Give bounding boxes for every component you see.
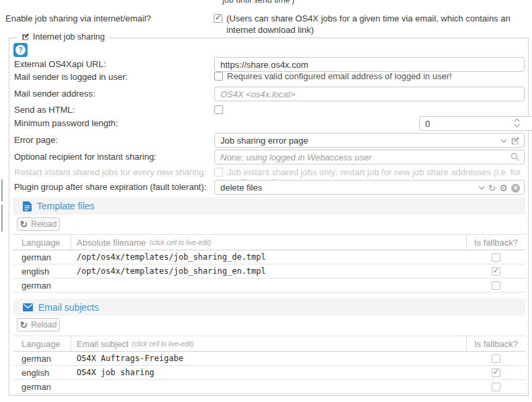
column-filename: Absolute filename [77,238,146,248]
email-subjects-table: Language Email subject (click cell to li… [13,336,525,394]
table-header: Language Email subject (click cell to li… [13,336,525,352]
email-subjects-title: Email subjects [38,302,99,313]
table-row: german /opt/os4x/templates/job_sharing_d… [13,250,525,264]
clipped-previous-row-text: job until send time') [222,0,294,5]
column-language: Language [13,235,71,250]
column-is-fallback: Is fallback? [466,336,525,351]
fallback-checkbox[interactable] [492,354,500,363]
optional-recipient-input[interactable] [214,150,525,164]
column-language: Language [13,336,71,351]
subject-cell[interactable]: OS4X Auftrags-Freigabe [71,354,466,363]
external-url-input[interactable] [214,57,525,72]
number-spinner[interactable] [514,118,520,128]
table-row: german OS4X Auftrags-Freigabe [13,352,525,366]
table-row: german [13,380,525,394]
enable-job-sharing-description: (Users can share OS4X jobs for a given t… [226,13,530,36]
scrollbar-fragment[interactable] [1,205,3,232]
gear-icon[interactable]: ⚙ [499,183,508,193]
chevron-down-icon [478,186,485,190]
enable-job-sharing-label: Enable job sharing via internet/email? [5,13,151,23]
send-as-html-label: Send as HTML: [14,105,75,115]
table-row: english OS4X job sharing [13,366,525,380]
language-cell: german [13,281,71,291]
filename-cell[interactable]: /opt/os4x/templates/job_sharing_en.tmpl [71,266,466,276]
document-icon [23,201,32,211]
mail-sender-address-label: Mail sender address: [14,89,95,99]
reload-label: Reload [31,320,56,330]
search-icon[interactable] [511,152,520,162]
chevron-down-icon [500,139,507,143]
reload-icon: ↻ [20,219,28,229]
external-url-label: External OS4Xapi URL: [14,59,106,69]
min-password-length-label: Minimum password length: [14,118,118,128]
enable-job-sharing-checkbox[interactable] [214,14,222,23]
column-subject-note: (click cell to live-edit) [132,340,193,348]
language-cell: english [13,368,71,378]
language-cell: german [13,354,71,364]
help-button[interactable]: ? [13,43,28,57]
fallback-checkbox[interactable] [492,281,500,290]
language-cell: english [13,266,71,277]
mail-sender-address-input[interactable] [214,87,525,101]
mail-sender-logged-in-hint: Requires valid configured email address … [227,71,452,81]
send-as-html-checkbox[interactable] [214,105,223,114]
fallback-checkbox[interactable] [492,253,500,262]
optional-recipient-label: Optional recipient for instant sharing: [14,152,157,162]
filename-cell[interactable]: /opt/os4x/templates/job_sharing_de.tmpl [71,252,466,262]
fallback-checkbox[interactable] [492,383,500,391]
column-filename-note: (click cell to live-edit) [149,239,211,246]
column-subject: Email subject [77,339,128,349]
refresh-icon[interactable]: ↻ [488,183,496,193]
table-header: Language Absolute filename (click cell t… [13,234,525,250]
question-icon: ? [15,45,26,55]
error-page-select[interactable]: Job sharing error page [214,133,525,148]
edit-icon [21,33,30,41]
envelope-icon [23,303,33,311]
column-is-fallback: Is fallback? [466,235,525,250]
email-subjects-section-header: Email subjects [13,299,525,315]
fieldset-legend-label: Internet job sharing [33,32,105,42]
error-page-selected-value: Job sharing error page [220,136,308,146]
plugin-group-select[interactable]: delete files ↻ ⚙ ✕ [214,180,525,195]
error-page-label: Error page: [14,135,58,145]
mail-sender-logged-in-checkbox[interactable] [214,72,223,81]
email-subjects-reload-button[interactable]: ↻ Reload [17,318,60,332]
language-cell: german [13,252,71,262]
mail-sender-logged-in-label: Mail sender is logged in user: [14,72,128,82]
plugin-group-selected-value: delete files [220,183,262,193]
subject-cell[interactable]: OS4X job sharing [71,368,466,377]
table-row: german [13,279,525,293]
clear-icon[interactable]: ✕ [511,184,520,193]
fallback-checkbox[interactable] [492,368,500,377]
reload-icon: ↻ [20,320,28,330]
internet-job-sharing-fieldset: Internet job sharing ? External OS4Xapi … [9,38,529,396]
fieldset-legend: Internet job sharing [17,32,109,42]
scrollbar-fragment[interactable] [1,179,3,201]
fallback-checkbox[interactable] [492,267,500,276]
language-cell: german [13,382,71,392]
template-files-section-header: Template files [13,197,525,215]
template-files-table: Language Absolute filename (click cell t… [13,234,525,293]
table-row: english /opt/os4x/templates/job_sharing_… [13,264,525,279]
plugin-group-label: Plugin group after share expiration (fau… [14,182,206,192]
edit-page-icon[interactable] [511,136,520,146]
template-files-title: Template files [37,201,95,211]
reload-label: Reload [31,219,56,229]
restart-instant-label: Restart instant shared jobs for every ne… [14,167,206,177]
template-files-reload-button[interactable]: ↻ Reload [17,217,60,231]
restart-instant-checkbox [214,168,223,177]
